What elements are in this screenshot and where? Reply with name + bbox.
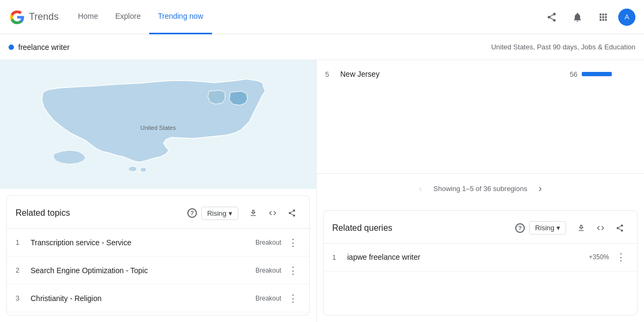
related-topic-item[interactable]: 2 Search Engine Optimization - Topic Bre…	[7, 257, 309, 284]
bell-icon	[572, 12, 583, 23]
nav-right: A	[541, 6, 635, 28]
related-queries-title: Related queries	[332, 223, 511, 233]
apps-button[interactable]	[592, 6, 614, 28]
topic-item-badge: Breakout	[255, 239, 281, 246]
related-topics-title: Related topics	[16, 208, 183, 218]
related-topics-download[interactable]	[245, 204, 262, 222]
share-icon-small	[288, 209, 296, 217]
topic-meta: United States, Past 90 days, Jobs & Educ…	[491, 43, 635, 51]
map-svg: United States	[0, 60, 316, 189]
topic-item-badge: Breakout	[255, 267, 281, 274]
topic-item-num: 3	[16, 294, 26, 302]
query-item-name: iapwe freelance writer	[347, 253, 589, 261]
topic-bar: freelance writer United States, Past 90 …	[0, 34, 644, 60]
query-item-more[interactable]: ⋮	[613, 250, 628, 265]
share-icon	[546, 12, 557, 23]
share-button[interactable]	[541, 6, 562, 28]
related-topic-item[interactable]: 3 Christianity - Religion Breakout ⋮	[7, 284, 309, 312]
topic-item-more[interactable]: ⋮	[286, 263, 301, 278]
code-icon-q	[596, 224, 605, 232]
related-queries-download[interactable]	[573, 219, 590, 237]
related-topics-header: Related topics ? Rising ▾	[7, 196, 309, 229]
related-queries-share[interactable]	[611, 219, 628, 237]
related-queries-actions: Rising ▾	[529, 219, 628, 237]
right-section: 5 New Jersey 56 ‹ Showing 1–5 of 36 subr…	[317, 60, 644, 322]
page-container: Trends Home Explore Trending now	[0, 0, 644, 322]
topic-item-name: Christianity - Religion	[31, 294, 255, 303]
related-topics-filter[interactable]: Rising ▾	[201, 207, 238, 220]
related-topics-card: Related topics ? Rising ▾	[6, 195, 310, 316]
related-topics-embed[interactable]	[264, 204, 281, 222]
related-topics-help-icon[interactable]: ?	[187, 208, 197, 218]
nav-explore[interactable]: Explore	[107, 0, 149, 34]
topic-dot	[9, 45, 14, 50]
prev-page-button[interactable]: ‹	[412, 180, 429, 197]
subregion-num: 5	[325, 70, 336, 78]
related-topics-list: 1 Transcription service - Service Breako…	[7, 229, 309, 315]
topic-item-num: 2	[16, 266, 26, 274]
download-icon	[249, 209, 258, 217]
subregion-score: 56	[556, 70, 577, 78]
query-item-badge: +350%	[589, 253, 609, 261]
subscriptions-button[interactable]	[567, 6, 588, 28]
main-area: United States Related topics ? Rising ▾	[0, 60, 644, 322]
share-icon-q	[616, 224, 624, 232]
pagination-row: ‹ Showing 1–5 of 36 subregions ›	[317, 173, 644, 204]
download-icon-q	[577, 224, 586, 232]
topic-item-num: 1	[16, 238, 26, 246]
subregion-item[interactable]: 5 New Jersey 56	[317, 64, 644, 84]
subregion-bar	[582, 72, 612, 76]
top-nav: Trends Home Explore Trending now	[0, 0, 644, 34]
topic-item-more[interactable]: ⋮	[286, 235, 301, 250]
avatar[interactable]: A	[618, 9, 635, 26]
topic-item-name: Search Engine Optimization - Topic	[31, 266, 255, 275]
topic-item-name: Transcription service - Service	[31, 238, 255, 247]
related-topic-item[interactable]: 1 Transcription service - Service Breako…	[7, 229, 309, 257]
next-page-button[interactable]: ›	[531, 180, 548, 197]
logo[interactable]: Trends	[9, 9, 58, 26]
pagination-info: Showing 1–5 of 36 subregions	[434, 185, 528, 193]
topic-item-more[interactable]: ⋮	[286, 291, 301, 306]
query-item-num: 1	[332, 253, 343, 261]
nav-trending-now[interactable]: Trending now	[149, 0, 211, 34]
map-section: United States Related topics ? Rising ▾	[0, 60, 317, 322]
code-icon	[268, 209, 277, 217]
subregion-name: New Jersey	[340, 70, 556, 78]
related-topics-share[interactable]	[283, 204, 301, 222]
topic-item-badge: Breakout	[255, 295, 281, 302]
apps-icon	[598, 12, 609, 23]
map-container[interactable]: United States	[0, 60, 316, 189]
svg-text:United States: United States	[141, 125, 176, 131]
related-queries-header: Related queries ? Rising ▾	[324, 211, 637, 244]
related-queries-help-icon[interactable]: ?	[515, 223, 525, 233]
related-query-item[interactable]: 1 iapwe freelance writer +350% ⋮	[324, 244, 637, 272]
related-topic-item[interactable]: 4 Magazine - Topic +350% ⋮	[7, 312, 309, 315]
subregion-list: 5 New Jersey 56	[317, 60, 644, 173]
related-queries-card: Related queries ? Rising ▾	[323, 210, 638, 316]
related-queries-list: 1 iapwe freelance writer +350% ⋮	[324, 244, 637, 316]
logo-text: Trends	[29, 11, 58, 23]
nav-home[interactable]: Home	[69, 0, 106, 34]
related-queries-embed[interactable]	[592, 219, 609, 237]
subregion-bar-container	[582, 72, 635, 76]
google-logo-icon	[9, 9, 26, 26]
nav-links: Home Explore Trending now	[69, 0, 537, 34]
related-topics-actions: Rising ▾	[201, 204, 301, 222]
related-queries-filter[interactable]: Rising ▾	[529, 221, 566, 235]
topic-name: freelance writer	[18, 43, 70, 52]
